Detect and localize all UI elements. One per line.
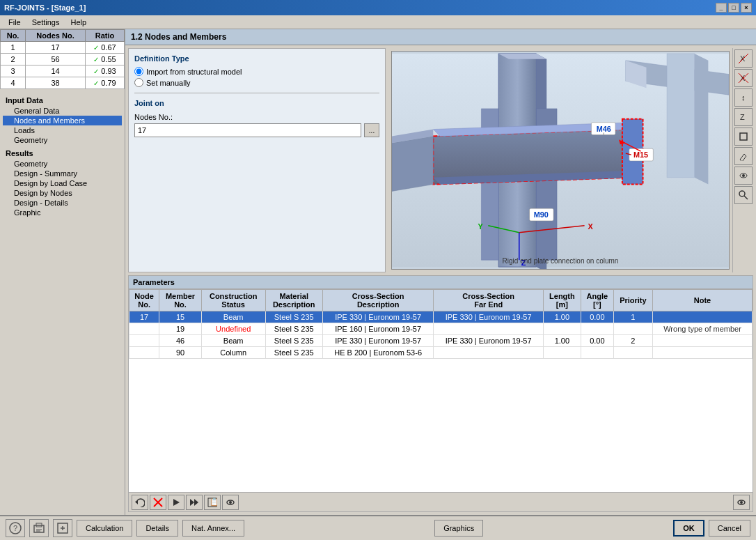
cell-node-no: 17 xyxy=(129,311,159,323)
magnify-icon xyxy=(739,190,748,200)
graphics-button[interactable]: Graphics xyxy=(434,520,483,537)
import-button[interactable]: 📋 xyxy=(204,495,221,510)
cell-note xyxy=(653,311,753,323)
section-header: 1.2 Nodes and Members xyxy=(125,29,756,45)
svg-text:M46: M46 xyxy=(597,125,611,133)
cell-length: 1.00 xyxy=(543,335,581,347)
table-row[interactable]: 1 17 ✓ 0.67 xyxy=(1,42,125,54)
cell-member-no: 90 xyxy=(159,347,202,359)
right-eye-button[interactable] xyxy=(733,495,750,510)
cell-status: Beam xyxy=(201,335,265,347)
table-row[interactable]: 2 56 ✓ 0.55 xyxy=(1,54,125,65)
footer-icon-btn-1[interactable]: ? xyxy=(6,519,25,537)
cell-material: Steel S 235 xyxy=(265,335,322,347)
row-ratio: ✓ 0.93 xyxy=(85,65,124,77)
ok-button[interactable]: OK xyxy=(673,520,704,537)
right-panel: 1.2 Nodes and Members Definition Type Im… xyxy=(125,29,756,515)
cell-material: Steel S 235 xyxy=(265,323,322,335)
play-button[interactable] xyxy=(168,495,184,510)
viewport[interactable]: X Y Z M46 M15 xyxy=(391,51,730,270)
row-nodes: 56 xyxy=(26,54,86,65)
delete-button[interactable] xyxy=(150,495,166,510)
col-node-no: NodeNo. xyxy=(129,290,159,311)
col-member-no: MemberNo. xyxy=(159,290,202,311)
sidebar-item-design-load-case[interactable]: Design by Load Case xyxy=(3,178,122,188)
viewport-toolbar: X X ↕ Z xyxy=(732,48,753,272)
help-icon: ? xyxy=(9,522,22,534)
maximize-button[interactable]: □ xyxy=(728,3,739,13)
table-row[interactable]: 17 15 Beam Steel S 235 IPE 330 | Euronom… xyxy=(129,311,753,323)
svg-rect-40 xyxy=(740,133,747,140)
nodes-input[interactable] xyxy=(134,123,361,137)
col-construction-status: ConstructionStatus xyxy=(201,290,265,311)
print-icon xyxy=(33,522,45,534)
table-row[interactable]: 19 Undefined Steel S 235 IPE 160 | Euron… xyxy=(129,323,753,335)
svg-text:↕: ↕ xyxy=(741,93,746,102)
undo-button[interactable] xyxy=(132,495,148,510)
vp-btn-3[interactable]: ↕ xyxy=(734,88,753,107)
svg-marker-3 xyxy=(667,54,695,178)
sidebar-item-loads[interactable]: Loads xyxy=(3,125,122,135)
table-row[interactable]: 90 Column Steel S 235 HE B 200 | Euronom… xyxy=(129,347,753,359)
table-row[interactable]: 4 38 ✓ 0.79 xyxy=(1,77,125,89)
details-button[interactable]: Details xyxy=(136,520,178,537)
vp-btn-2[interactable]: X xyxy=(734,69,753,87)
nodes-picker-button[interactable]: ... xyxy=(364,123,379,137)
svg-marker-4 xyxy=(695,54,709,185)
sidebar-item-graphic[interactable]: Graphic xyxy=(3,208,122,217)
calculation-button[interactable]: Calculation xyxy=(77,520,132,537)
footer: ? Calculation Details Nat. Annex... Grap… xyxy=(0,515,756,540)
row-ratio: ✓ 0.79 xyxy=(85,77,124,89)
svg-marker-49 xyxy=(173,499,180,506)
svg-marker-51 xyxy=(194,499,198,506)
sidebar-item-design-details[interactable]: Design - Details xyxy=(3,198,122,208)
cell-cross-section: IPE 330 | Euronom 19-57 xyxy=(322,311,434,323)
cell-priority xyxy=(613,347,652,359)
vp-btn-1[interactable]: X xyxy=(734,49,753,68)
vp-btn-8[interactable] xyxy=(734,186,753,204)
nat-annex-button[interactable]: Nat. Annex... xyxy=(182,520,244,537)
sidebar-item-design-summary[interactable]: Design - Summary xyxy=(3,169,122,178)
nodes-label: Nodes No.: xyxy=(134,113,379,121)
table-row[interactable]: 46 Beam Steel S 235 IPE 330 | Euronom 19… xyxy=(129,335,753,347)
radio-manual-input[interactable] xyxy=(134,78,143,87)
zoom-icon: X xyxy=(739,54,748,63)
col-cross-section-far: Cross-SectionFar End xyxy=(434,290,543,311)
vp-btn-6[interactable] xyxy=(734,147,753,165)
vp-btn-5[interactable] xyxy=(734,128,753,146)
viewport-label: Rigid end plate connection on column xyxy=(503,257,619,265)
minimize-button[interactable]: _ xyxy=(716,3,727,13)
radio-import-input[interactable] xyxy=(134,67,143,76)
menu-file[interactable]: File xyxy=(3,17,26,28)
cancel-button[interactable]: Cancel xyxy=(709,520,750,537)
radio-import-label: Import from structural model xyxy=(146,68,242,76)
visibility-button[interactable] xyxy=(222,495,239,510)
sidebar-item-nodes-members[interactable]: Nodes and Members xyxy=(3,116,122,125)
cell-member-no: 46 xyxy=(159,335,202,347)
title-bar: RF-JOINTS - [Stage_1] _ □ × xyxy=(0,0,756,15)
footer-icon-btn-2[interactable] xyxy=(29,519,49,537)
footer-icon-btn-3[interactable] xyxy=(53,519,72,537)
svg-text:?: ? xyxy=(13,524,17,532)
sidebar-item-geometry-input[interactable]: Geometry xyxy=(3,135,122,145)
sidebar-item-geometry-results[interactable]: Geometry xyxy=(3,159,122,169)
vp-btn-4[interactable]: Z xyxy=(734,108,753,126)
sidebar-item-design-nodes[interactable]: Design by Nodes xyxy=(3,188,122,198)
nav-tree: Input Data General Data Nodes and Member… xyxy=(0,89,125,515)
radio-manual[interactable]: Set manually xyxy=(134,78,379,87)
close-button[interactable]: × xyxy=(741,3,752,13)
sidebar-item-general-data[interactable]: General Data xyxy=(3,106,122,116)
cell-material: Steel S 235 xyxy=(265,347,322,359)
export-icon xyxy=(56,522,69,534)
menu-settings[interactable]: Settings xyxy=(26,17,65,28)
table-row[interactable]: 3 14 ✓ 0.93 xyxy=(1,65,125,77)
menu-help[interactable]: Help xyxy=(65,17,92,28)
arrows-icon: ↕ xyxy=(739,93,748,102)
cell-angle: 0.00 xyxy=(581,311,613,323)
fast-forward-button[interactable] xyxy=(186,495,203,510)
import-icon: 📋 xyxy=(207,497,217,507)
definition-type-group: Import from structural model Set manuall… xyxy=(134,67,379,87)
radio-import[interactable]: Import from structural model xyxy=(134,67,379,76)
vp-btn-7[interactable] xyxy=(734,167,753,185)
cell-status: Undefined xyxy=(201,323,265,335)
